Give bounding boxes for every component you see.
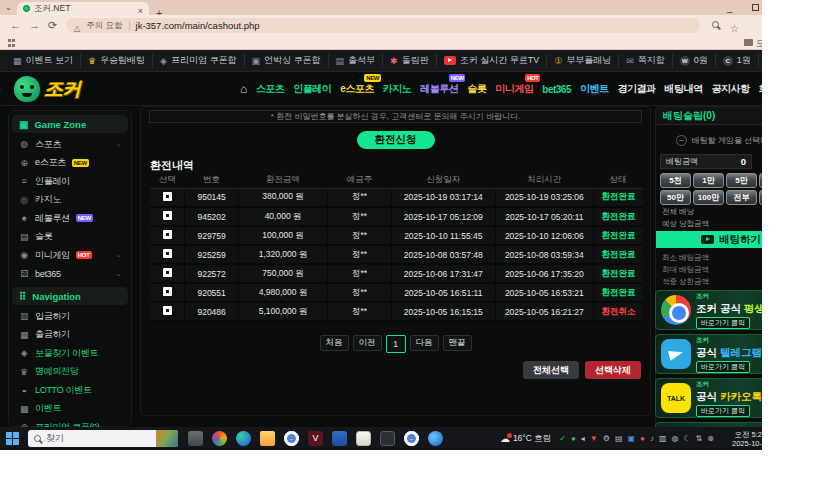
tray-network-icon[interactable]: ⇅ [696,431,703,446]
tray-download-icon[interactable]: ▼ [590,431,598,446]
banner-kakao[interactable]: TALK 조커 공식 카카오톡 고객 바로가기 클릭 [655,378,762,418]
joker-logo[interactable]: 조커 [14,76,80,102]
nav-notice[interactable]: 공지사항 [712,82,750,96]
sidebar-item-minigame[interactable]: 미니게임HOT [12,246,128,265]
row-checkbox[interactable] [163,249,172,258]
sidebar-item-sports[interactable]: 스포츠 [12,135,128,154]
delete-selected-button[interactable]: 선택삭제 [585,361,641,379]
photos-icon[interactable] [212,431,227,446]
banner-domain[interactable]: 조커 조커 공식 평생 도 바로가기 클릭 [655,290,762,330]
forward-button[interactable] [29,19,40,31]
page-first-button[interactable]: 처음 [320,335,349,351]
place-bet-button[interactable]: 배팅하기 [656,231,762,248]
all-bookmarks-folder-icon[interactable] [744,39,753,46]
row-checkbox[interactable] [163,211,172,220]
sidebar-item-event[interactable]: 이벤트 [12,400,128,419]
quick-50k-button[interactable]: 5만 [726,173,757,188]
tray-mic-icon[interactable]: ◍ [671,431,678,446]
topbar-item-winner-betting[interactable]: 우승팀배팅 [81,54,153,67]
sidebar-item-casino[interactable]: 카지노 [12,191,128,210]
nav-bet-history[interactable]: 배팅내역 [665,82,703,96]
topbar-item-unboxing-coupon[interactable]: 언박싱 쿠폰함 [245,54,329,67]
row-checkbox[interactable] [163,306,172,315]
security-warning-label[interactable]: 주의 요함 [86,20,122,32]
document-icon[interactable] [356,431,371,446]
taskbar-clock[interactable]: 오전 5:2 2025-10- [722,430,762,448]
banner-cta-button[interactable]: 바로가기 클릭 [696,405,750,417]
sidebar-item-deposit[interactable]: 입금하기 [12,307,128,326]
file-explorer-icon[interactable] [260,431,275,446]
quick-5k-button[interactable]: 5천 [660,173,691,188]
tray-arrow-icon[interactable]: ◂ [581,431,585,446]
weather-widget[interactable]: 16°C 흐림 [500,433,551,445]
bet-amount-field[interactable]: 배팅금액 0 [660,154,752,169]
row-checkbox[interactable] [163,192,172,201]
tray-volume-icon[interactable]: ♪ [650,431,654,446]
nav-revolution[interactable]: 레볼루션NEW [420,82,458,96]
nav-sports[interactable]: 스포츠 [256,82,285,96]
tray-blue-app-icon[interactable]: ▣ [627,431,635,446]
banner-cta-button[interactable]: 바로가기 클릭 [696,317,750,329]
messages-link[interactable]: 쪽지함 [619,54,673,67]
start-button[interactable] [6,432,20,446]
nav-bet365[interactable]: bet365 [542,84,571,95]
topbar-item-attendance[interactable]: 출석부 [329,54,384,67]
sidebar-item-bet365[interactable]: bet365 [12,265,128,284]
quick-all-button[interactable]: 전부 [726,190,757,205]
sidebar-item-lotto-event[interactable]: LOTTO 이벤트 [12,381,128,400]
tab-search-chevron-icon[interactable]: ⌄ [5,3,12,12]
edge-icon[interactable] [236,431,251,446]
nav-minigame[interactable]: 미니게임HOT [495,82,533,96]
sidebar-item-esports[interactable]: e스포츠NEW [12,154,128,173]
chrome-icon[interactable] [284,431,299,446]
browser-tab[interactable]: 조커.NET [17,2,149,15]
taskbar-search[interactable]: 찾기 [28,430,178,447]
exchange-request-button[interactable]: 환전신청 [357,131,435,149]
page-1-button[interactable]: 1 [386,335,406,353]
sidebar-item-inplay[interactable]: 인플레이 [12,172,128,191]
nav-member-board[interactable]: 회원게시판 [759,82,763,96]
row-checkbox[interactable] [163,230,172,239]
movies-icon[interactable] [332,431,347,446]
app-icon-notification[interactable] [428,431,443,446]
nav-inplay[interactable]: 인플레이 [293,82,331,96]
tray-monitor-icon[interactable]: ▥ [659,431,667,446]
tray-shield-icon[interactable]: ✓ [559,431,566,446]
select-all-button[interactable]: 전체선택 [523,361,579,379]
nav-esports[interactable]: e스포츠NEW [340,82,374,96]
row-checkbox[interactable] [163,287,172,296]
chrome-active-icon[interactable] [404,431,419,446]
app-icon-v[interactable]: V [308,431,323,446]
back-button[interactable] [10,19,21,31]
row-checkbox[interactable] [163,268,172,277]
window-maximize-button[interactable] [752,4,759,11]
topbar-item-premium-coupon[interactable]: 프리미엄 쿠폰함 [153,54,244,67]
app-icon-dark[interactable] [380,431,395,446]
quick-1m-button[interactable]: 100만 [693,190,724,205]
all-bookmarks-label[interactable]: 모든 북마크 [756,38,762,49]
nav-results[interactable]: 경기결과 [618,82,656,96]
url-text[interactable]: jk-357.com/main/cashout.php [136,20,260,31]
sidebar-item-treasure-event[interactable]: 보물찾기 이벤트 [12,344,128,363]
sidebar-item-hall-of-fame[interactable]: 명예의전당 [12,363,128,382]
topbar-item-roulette[interactable]: 돌림판 [383,54,437,67]
page-next-button[interactable]: 다음 [410,335,439,351]
sidebar-item-slot[interactable]: 슬롯 [12,228,128,247]
nav-casino[interactable]: 카지노 [383,82,412,96]
app-icon-widgets[interactable] [188,431,203,446]
sidebar-item-revolution[interactable]: 레볼루션NEW [12,209,128,228]
tray-gear-icon[interactable]: ⚙ [603,431,610,446]
tray-moon-icon[interactable]: ☾ [683,431,690,446]
page-last-button[interactable]: 맨끝 [443,335,472,351]
zoom-icon[interactable] [712,21,719,28]
topbar-item-free-tv[interactable]: 조커 실시간 무료TV [437,54,548,67]
banner-telegram[interactable]: 조커 공식 텔레그램 고객 바로가기 클릭 [655,334,762,374]
nav-event[interactable]: 이벤트 [580,82,609,96]
sidebar-item-withdraw[interactable]: 출금하기 [12,326,128,345]
tray-display-icon[interactable]: ▤ [615,431,623,446]
quick-max-button[interactable]: MAX [759,190,762,205]
tray-record-icon[interactable]: ● [640,431,645,446]
quick-10k-button[interactable]: 1만 [693,173,724,188]
url-bar[interactable]: 주의 요함 jk-357.com/main/cashout.php [66,18,700,33]
banner-cta-button[interactable]: 바로가기 클릭 [696,361,750,373]
